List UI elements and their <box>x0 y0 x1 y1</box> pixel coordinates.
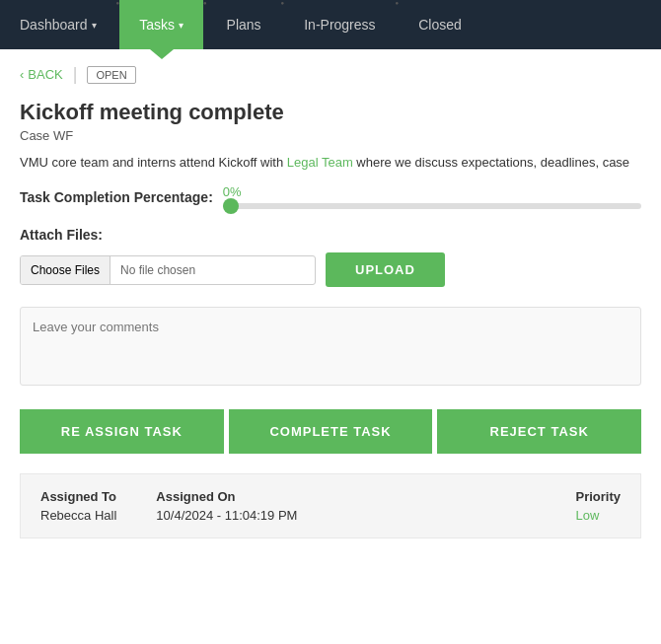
nav-inprogress-label: In-Progress <box>304 17 375 33</box>
assigned-on-col: Assigned On 10/4/2024 - 11:04:19 PM <box>156 489 297 523</box>
completion-slider-thumb[interactable] <box>223 198 239 214</box>
nav-tasks[interactable]: Tasks ▾ <box>119 0 203 49</box>
completion-slider-track[interactable] <box>223 203 641 209</box>
assigned-to-col: Assigned To Rebecca Hall <box>40 489 116 523</box>
complete-task-button[interactable]: COMPLETE TASK <box>229 409 433 454</box>
attach-label: Attach Files: <box>20 227 641 243</box>
file-name-display: No file chosen <box>110 256 205 284</box>
nav-dashboard[interactable]: Dashboard ▾ <box>0 0 116 49</box>
choose-files-button[interactable]: Choose Files <box>21 256 110 284</box>
desc-suffix: where we discuss expectations, deadlines… <box>353 155 629 170</box>
upload-button[interactable]: UPLOAD <box>326 252 445 287</box>
priority-col: Priority Low <box>575 489 621 523</box>
action-buttons: RE ASSIGN TASK COMPLETE TASK REJECT TASK <box>20 409 641 454</box>
file-row: Choose Files No file chosen UPLOAD <box>20 252 641 287</box>
navbar: Dashboard ▾ ● Tasks ▾ ● Plans ● In-Progr… <box>0 0 661 49</box>
nav-inprogress[interactable]: In-Progress <box>284 0 395 49</box>
nav-tasks-label: Tasks <box>139 17 175 33</box>
completion-control: 0% <box>223 184 641 209</box>
dashboard-arrow-icon: ▾ <box>92 20 97 31</box>
assigned-on-value: 10/4/2024 - 11:04:19 PM <box>156 508 297 523</box>
task-title: Kickoff meeting complete <box>20 100 641 125</box>
back-label: BACK <box>28 67 62 82</box>
breadcrumb: ‹ BACK | OPEN <box>20 64 641 85</box>
status-badge: OPEN <box>87 66 135 84</box>
assigned-to-header: Assigned To <box>40 489 116 504</box>
task-description: VMU core team and interns attend Kickoff… <box>20 155 641 170</box>
tasks-arrow-icon: ▾ <box>179 20 184 31</box>
task-subtitle: Case WF <box>20 128 641 143</box>
desc-prefix: VMU core team and interns attend Kickoff… <box>20 155 287 170</box>
file-input-wrapper: Choose Files No file chosen <box>20 255 316 285</box>
breadcrumb-separator: | <box>73 64 78 85</box>
priority-header: Priority <box>575 489 621 504</box>
completion-section: Task Completion Percentage: 0% <box>20 184 641 209</box>
nav-plans[interactable]: Plans <box>207 0 281 49</box>
nav-plans-label: Plans <box>227 17 261 33</box>
priority-value: Low <box>575 508 621 523</box>
nav-dashboard-label: Dashboard <box>20 17 88 33</box>
nav-closed[interactable]: Closed <box>399 0 481 49</box>
assigned-to-value: Rebecca Hall <box>40 508 116 523</box>
desc-highlight: Legal Team <box>287 155 353 170</box>
completion-percentage: 0% <box>223 184 641 199</box>
nav-closed-label: Closed <box>418 17 462 33</box>
back-link[interactable]: ‹ BACK <box>20 67 63 82</box>
info-table: Assigned To Rebecca Hall Assigned On 10/… <box>20 473 641 538</box>
reject-task-button[interactable]: REJECT TASK <box>437 409 641 454</box>
back-arrow-icon: ‹ <box>20 67 24 82</box>
reassign-task-button[interactable]: RE ASSIGN TASK <box>20 409 224 454</box>
info-row: Assigned To Rebecca Hall Assigned On 10/… <box>40 489 621 523</box>
main-content: ‹ BACK | OPEN Kickoff meeting complete C… <box>0 49 661 553</box>
comments-textarea[interactable] <box>20 307 641 386</box>
assigned-on-header: Assigned On <box>156 489 297 504</box>
completion-label: Task Completion Percentage: <box>20 189 213 205</box>
